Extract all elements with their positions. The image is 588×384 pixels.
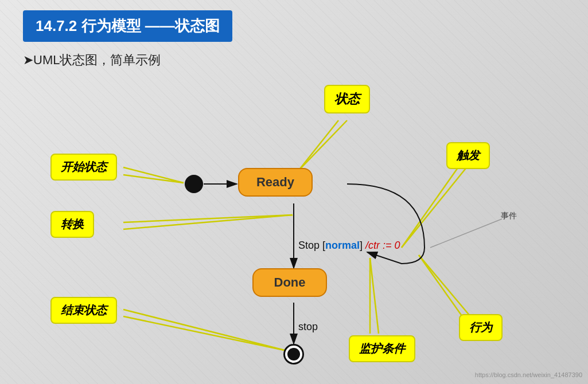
svg-line-10: [123, 215, 293, 229]
event-text: 事件: [501, 211, 517, 221]
svg-line-14: [123, 316, 287, 351]
final-state-circle: [283, 344, 304, 365]
svg-line-4: [123, 175, 184, 183]
subtitle: ➤UML状态图，简单示例: [23, 52, 161, 69]
start-state-label: 开始状态: [50, 154, 117, 181]
slide-header: 14.7.2 行为模型 ——状态图: [23, 10, 232, 42]
initial-state-circle: [185, 175, 203, 193]
svg-line-8: [402, 166, 468, 248]
state-label: 状态: [324, 85, 370, 113]
transition-text: Stop [normal] /ctr := 0: [298, 240, 400, 252]
slide: 14.7.2 行为模型 ——状态图 ➤UML状态图，简单示例 Ready Don…: [0, 0, 588, 384]
svg-line-7: [402, 166, 459, 248]
behavior-label: 行为: [459, 314, 503, 341]
stop-label: stop: [298, 321, 318, 333]
final-state-inner: [287, 348, 300, 361]
transform-label: 转换: [50, 211, 94, 238]
svg-line-9: [123, 215, 293, 222]
svg-line-19: [419, 255, 473, 320]
watermark: https://blog.csdn.net/weixin_41487390: [475, 371, 582, 378]
svg-line-18: [419, 255, 465, 320]
svg-line-13: [123, 309, 287, 351]
transition-action: /ctr := 0: [365, 240, 400, 251]
ready-state-box: Ready: [238, 168, 313, 197]
trigger-label: 触发: [446, 142, 490, 169]
svg-line-3: [123, 167, 184, 183]
guard-label: 监护条件: [349, 335, 415, 362]
done-state-box: Done: [252, 268, 327, 297]
header-title: 14.7.2 行为模型 ——状态图: [36, 17, 220, 34]
svg-line-5: [298, 120, 338, 171]
svg-line-6: [298, 120, 347, 171]
transition-normal: normal: [325, 240, 360, 251]
svg-line-17: [370, 258, 379, 334]
transition-stop: Stop [: [298, 240, 325, 251]
end-state-label: 结束状态: [50, 297, 117, 324]
svg-line-12: [430, 219, 502, 248]
